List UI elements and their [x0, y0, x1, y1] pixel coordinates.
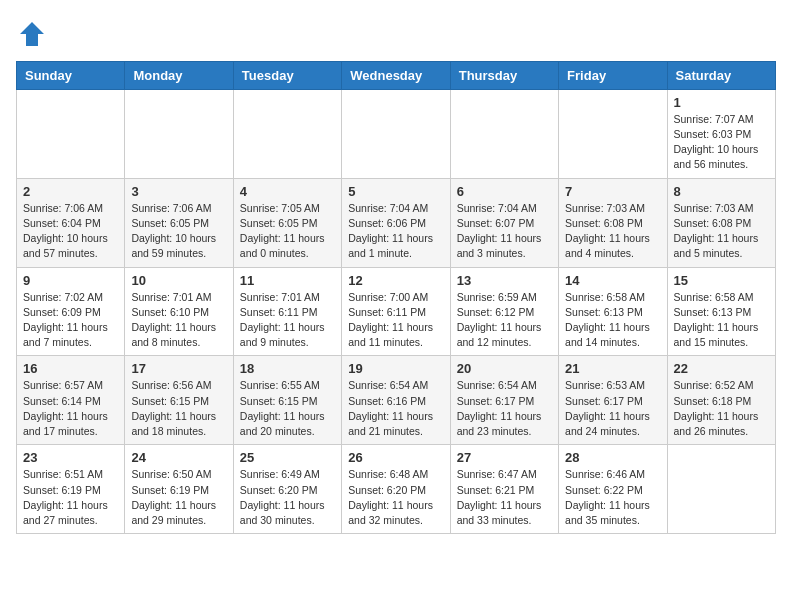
day-info: Sunrise: 7:01 AM Sunset: 6:10 PM Dayligh… [131, 290, 226, 351]
calendar-week-row: 2Sunrise: 7:06 AM Sunset: 6:04 PM Daylig… [17, 178, 776, 267]
calendar-cell: 19Sunrise: 6:54 AM Sunset: 6:16 PM Dayli… [342, 356, 450, 445]
calendar-cell: 28Sunrise: 6:46 AM Sunset: 6:22 PM Dayli… [559, 445, 667, 534]
calendar-cell: 15Sunrise: 6:58 AM Sunset: 6:13 PM Dayli… [667, 267, 775, 356]
day-info: Sunrise: 6:57 AM Sunset: 6:14 PM Dayligh… [23, 378, 118, 439]
calendar-week-row: 16Sunrise: 6:57 AM Sunset: 6:14 PM Dayli… [17, 356, 776, 445]
svg-marker-0 [20, 22, 44, 46]
day-info: Sunrise: 6:53 AM Sunset: 6:17 PM Dayligh… [565, 378, 660, 439]
day-info: Sunrise: 7:07 AM Sunset: 6:03 PM Dayligh… [674, 112, 769, 173]
day-number: 15 [674, 273, 769, 288]
day-number: 1 [674, 95, 769, 110]
day-number: 2 [23, 184, 118, 199]
calendar-cell: 9Sunrise: 7:02 AM Sunset: 6:09 PM Daylig… [17, 267, 125, 356]
calendar-cell [667, 445, 775, 534]
day-number: 9 [23, 273, 118, 288]
calendar-cell: 6Sunrise: 7:04 AM Sunset: 6:07 PM Daylig… [450, 178, 558, 267]
day-info: Sunrise: 7:06 AM Sunset: 6:05 PM Dayligh… [131, 201, 226, 262]
day-number: 3 [131, 184, 226, 199]
day-number: 23 [23, 450, 118, 465]
day-info: Sunrise: 7:00 AM Sunset: 6:11 PM Dayligh… [348, 290, 443, 351]
calendar-header-row: SundayMondayTuesdayWednesdayThursdayFrid… [17, 61, 776, 89]
day-info: Sunrise: 6:58 AM Sunset: 6:13 PM Dayligh… [674, 290, 769, 351]
calendar-cell: 25Sunrise: 6:49 AM Sunset: 6:20 PM Dayli… [233, 445, 341, 534]
calendar-cell: 21Sunrise: 6:53 AM Sunset: 6:17 PM Dayli… [559, 356, 667, 445]
calendar-cell: 3Sunrise: 7:06 AM Sunset: 6:05 PM Daylig… [125, 178, 233, 267]
calendar-cell: 24Sunrise: 6:50 AM Sunset: 6:19 PM Dayli… [125, 445, 233, 534]
calendar-cell: 23Sunrise: 6:51 AM Sunset: 6:19 PM Dayli… [17, 445, 125, 534]
day-info: Sunrise: 7:02 AM Sunset: 6:09 PM Dayligh… [23, 290, 118, 351]
calendar-week-row: 23Sunrise: 6:51 AM Sunset: 6:19 PM Dayli… [17, 445, 776, 534]
day-number: 28 [565, 450, 660, 465]
day-header-sunday: Sunday [17, 61, 125, 89]
day-info: Sunrise: 7:03 AM Sunset: 6:08 PM Dayligh… [565, 201, 660, 262]
day-number: 12 [348, 273, 443, 288]
day-header-tuesday: Tuesday [233, 61, 341, 89]
calendar-cell: 17Sunrise: 6:56 AM Sunset: 6:15 PM Dayli… [125, 356, 233, 445]
day-info: Sunrise: 6:56 AM Sunset: 6:15 PM Dayligh… [131, 378, 226, 439]
day-info: Sunrise: 6:48 AM Sunset: 6:20 PM Dayligh… [348, 467, 443, 528]
calendar-cell: 18Sunrise: 6:55 AM Sunset: 6:15 PM Dayli… [233, 356, 341, 445]
calendar-cell: 10Sunrise: 7:01 AM Sunset: 6:10 PM Dayli… [125, 267, 233, 356]
day-number: 5 [348, 184, 443, 199]
day-info: Sunrise: 6:54 AM Sunset: 6:16 PM Dayligh… [348, 378, 443, 439]
logo [16, 20, 46, 53]
day-number: 10 [131, 273, 226, 288]
calendar-cell [342, 89, 450, 178]
day-number: 17 [131, 361, 226, 376]
calendar-cell: 7Sunrise: 7:03 AM Sunset: 6:08 PM Daylig… [559, 178, 667, 267]
day-info: Sunrise: 7:04 AM Sunset: 6:06 PM Dayligh… [348, 201, 443, 262]
calendar-cell: 2Sunrise: 7:06 AM Sunset: 6:04 PM Daylig… [17, 178, 125, 267]
day-info: Sunrise: 7:04 AM Sunset: 6:07 PM Dayligh… [457, 201, 552, 262]
calendar-cell: 12Sunrise: 7:00 AM Sunset: 6:11 PM Dayli… [342, 267, 450, 356]
calendar-cell: 11Sunrise: 7:01 AM Sunset: 6:11 PM Dayli… [233, 267, 341, 356]
calendar-cell: 8Sunrise: 7:03 AM Sunset: 6:08 PM Daylig… [667, 178, 775, 267]
day-number: 25 [240, 450, 335, 465]
calendar-cell: 14Sunrise: 6:58 AM Sunset: 6:13 PM Dayli… [559, 267, 667, 356]
day-number: 4 [240, 184, 335, 199]
calendar-cell: 5Sunrise: 7:04 AM Sunset: 6:06 PM Daylig… [342, 178, 450, 267]
day-header-saturday: Saturday [667, 61, 775, 89]
calendar-cell: 4Sunrise: 7:05 AM Sunset: 6:05 PM Daylig… [233, 178, 341, 267]
calendar-cell: 20Sunrise: 6:54 AM Sunset: 6:17 PM Dayli… [450, 356, 558, 445]
day-header-wednesday: Wednesday [342, 61, 450, 89]
page-header [16, 16, 776, 53]
day-number: 7 [565, 184, 660, 199]
day-number: 13 [457, 273, 552, 288]
day-info: Sunrise: 6:50 AM Sunset: 6:19 PM Dayligh… [131, 467, 226, 528]
calendar-cell [559, 89, 667, 178]
calendar-table: SundayMondayTuesdayWednesdayThursdayFrid… [16, 61, 776, 534]
day-header-friday: Friday [559, 61, 667, 89]
calendar-cell: 27Sunrise: 6:47 AM Sunset: 6:21 PM Dayli… [450, 445, 558, 534]
day-number: 26 [348, 450, 443, 465]
day-number: 20 [457, 361, 552, 376]
logo-icon [18, 20, 46, 48]
day-number: 22 [674, 361, 769, 376]
calendar-week-row: 1Sunrise: 7:07 AM Sunset: 6:03 PM Daylig… [17, 89, 776, 178]
calendar-cell: 22Sunrise: 6:52 AM Sunset: 6:18 PM Dayli… [667, 356, 775, 445]
day-info: Sunrise: 6:55 AM Sunset: 6:15 PM Dayligh… [240, 378, 335, 439]
calendar-cell [125, 89, 233, 178]
day-number: 18 [240, 361, 335, 376]
day-info: Sunrise: 7:06 AM Sunset: 6:04 PM Dayligh… [23, 201, 118, 262]
day-number: 14 [565, 273, 660, 288]
calendar-cell [233, 89, 341, 178]
calendar-cell [450, 89, 558, 178]
calendar-cell: 13Sunrise: 6:59 AM Sunset: 6:12 PM Dayli… [450, 267, 558, 356]
calendar-week-row: 9Sunrise: 7:02 AM Sunset: 6:09 PM Daylig… [17, 267, 776, 356]
day-info: Sunrise: 7:03 AM Sunset: 6:08 PM Dayligh… [674, 201, 769, 262]
day-info: Sunrise: 7:05 AM Sunset: 6:05 PM Dayligh… [240, 201, 335, 262]
day-number: 8 [674, 184, 769, 199]
calendar-cell: 1Sunrise: 7:07 AM Sunset: 6:03 PM Daylig… [667, 89, 775, 178]
calendar-cell: 26Sunrise: 6:48 AM Sunset: 6:20 PM Dayli… [342, 445, 450, 534]
calendar-cell: 16Sunrise: 6:57 AM Sunset: 6:14 PM Dayli… [17, 356, 125, 445]
day-number: 6 [457, 184, 552, 199]
day-info: Sunrise: 6:52 AM Sunset: 6:18 PM Dayligh… [674, 378, 769, 439]
day-info: Sunrise: 6:59 AM Sunset: 6:12 PM Dayligh… [457, 290, 552, 351]
day-number: 24 [131, 450, 226, 465]
day-info: Sunrise: 7:01 AM Sunset: 6:11 PM Dayligh… [240, 290, 335, 351]
day-info: Sunrise: 6:46 AM Sunset: 6:22 PM Dayligh… [565, 467, 660, 528]
day-number: 21 [565, 361, 660, 376]
day-info: Sunrise: 6:54 AM Sunset: 6:17 PM Dayligh… [457, 378, 552, 439]
day-info: Sunrise: 6:51 AM Sunset: 6:19 PM Dayligh… [23, 467, 118, 528]
day-number: 19 [348, 361, 443, 376]
